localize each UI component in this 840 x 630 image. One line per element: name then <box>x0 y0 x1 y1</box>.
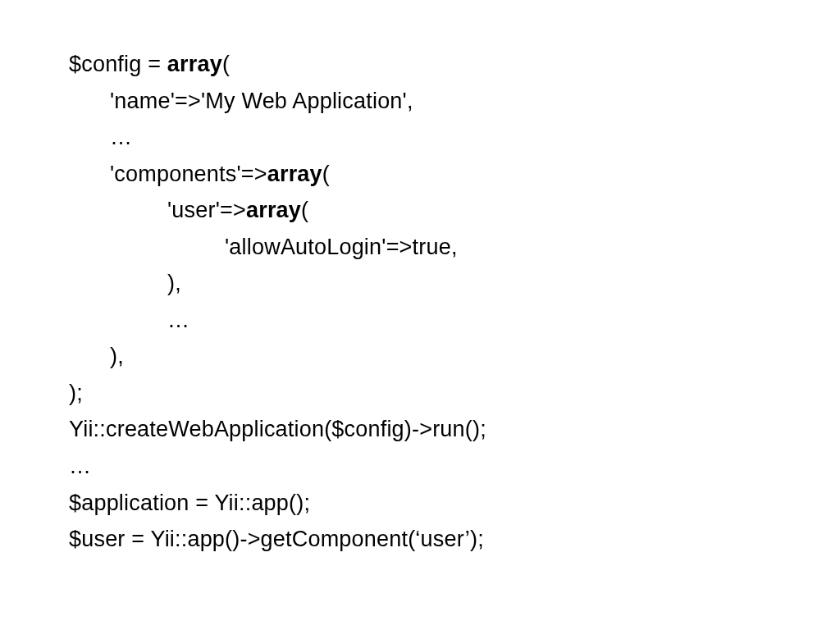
code-text: ); <box>69 381 83 405</box>
code-text: 'user'=> <box>167 198 246 222</box>
code-text: ( <box>301 198 308 222</box>
code-text: Yii::createWebApplication($config)->run(… <box>69 417 486 441</box>
code-line: $application = Yii::app(); <box>69 485 840 522</box>
code-text: $application = Yii::app(); <box>69 491 310 515</box>
code-text: ), <box>167 271 181 295</box>
code-ellipsis: … <box>167 308 189 332</box>
code-line: 'user'=>array( <box>69 192 840 229</box>
code-keyword-array: array <box>246 198 301 222</box>
code-line: … <box>69 302 840 339</box>
code-text: 'components'=> <box>110 162 267 186</box>
code-text: $user = Yii::app()->getComponent(‘user’)… <box>69 527 484 551</box>
code-text: ( <box>222 52 230 76</box>
code-line: ), <box>69 265 840 302</box>
code-line: ), <box>69 338 840 375</box>
code-line: $user = Yii::app()->getComponent(‘user’)… <box>69 521 840 558</box>
code-line: ); <box>69 375 840 412</box>
code-text: 'allowAutoLogin'=>true, <box>225 235 458 259</box>
code-text: ( <box>322 162 330 186</box>
code-line: … <box>69 119 840 156</box>
code-line: … <box>69 448 840 485</box>
code-text: 'name'=>'My Web Application', <box>110 89 413 113</box>
code-keyword-array: array <box>167 52 222 76</box>
code-ellipsis: … <box>110 125 132 149</box>
code-line: 'components'=>array( <box>69 156 840 193</box>
code-line: 'name'=>'My Web Application', <box>69 83 840 120</box>
code-line: Yii::createWebApplication($config)->run(… <box>69 411 840 448</box>
code-text: $config = <box>69 52 167 76</box>
code-line: 'allowAutoLogin'=>true, <box>69 229 840 266</box>
code-slide: $config = array( 'name'=>'My Web Applica… <box>0 0 840 558</box>
code-text: ), <box>110 344 124 368</box>
code-ellipsis: … <box>69 454 91 478</box>
code-keyword-array: array <box>267 162 322 186</box>
code-line: $config = array( <box>69 46 840 83</box>
